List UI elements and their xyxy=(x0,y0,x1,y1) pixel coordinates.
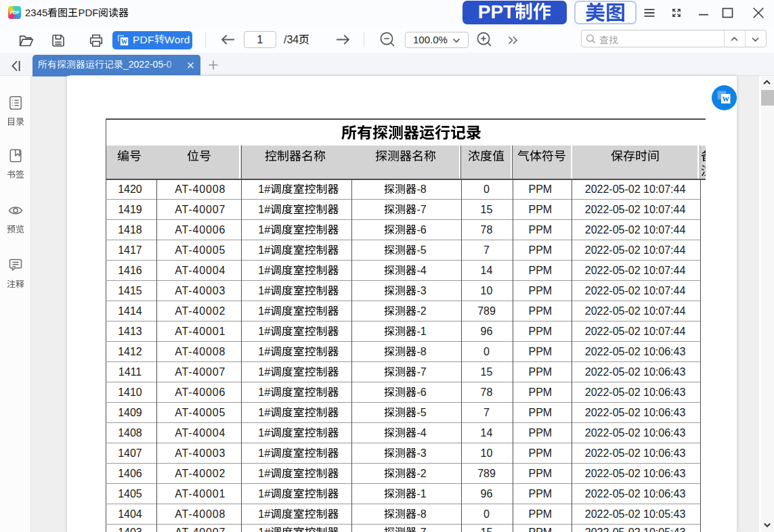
svg-text:W: W xyxy=(121,39,128,45)
svg-text:W: W xyxy=(723,95,730,103)
